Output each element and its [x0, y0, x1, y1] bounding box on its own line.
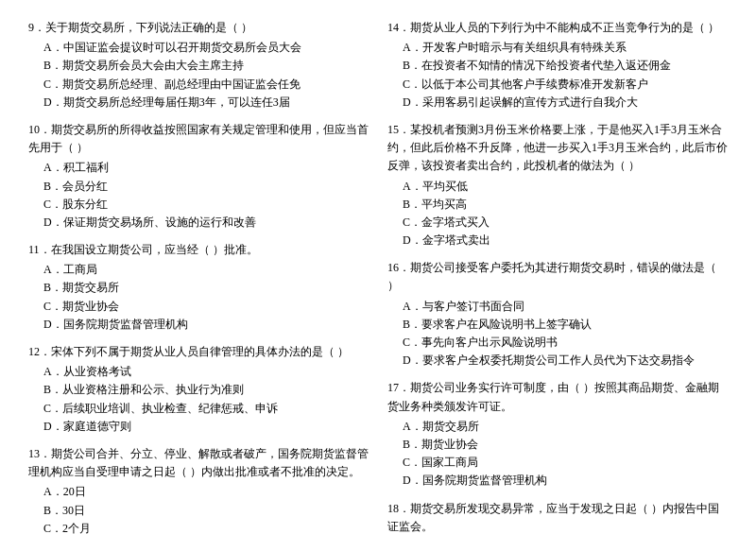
q18-title: 18．期货交易所发现交易异常，应当于发现之日起（ ）内报告中国证监会。 [387, 500, 728, 535]
q17-option-c: C．国家工商局 [387, 454, 728, 472]
q9-option-b: B．期货交易所会员大会由大会主席主持 [28, 57, 369, 75]
right-column: 14．期货从业人员的下列行为中不能构成不正当竞争行为的是（ ） A．开发客户时暗… [387, 19, 728, 534]
question-13: 13．期货公司合并、分立、停业、解散或者破产，国务院期货监督管理机构应当自受理申… [28, 445, 369, 534]
question-16: 16．期货公司接受客户委托为其进行期货交易时，错误的做法是（ ） A．与客户签订… [387, 259, 728, 370]
question-10: 10．期货交易所的所得收益按照国家有关规定管理和使用，但应当首先用于（ ） A．… [28, 121, 369, 232]
q14-option-b: B．在投资者不知情的情况下给投资者代垫入返还佣金 [387, 57, 728, 75]
q17-title: 17．期货公司业务实行许可制度，由（ ）按照其商品期货、金融期货业务种类颁发许可… [387, 379, 728, 415]
q13-option-a: A．20日 [28, 483, 369, 501]
q16-option-c: C．事先向客户出示风险说明书 [387, 334, 728, 352]
q17-option-d: D．国务院期货监督管理机构 [387, 472, 728, 490]
q12-option-c: C．后续职业培训、执业检查、纪律惩戒、申诉 [28, 400, 369, 418]
q10-option-a: A．积工福利 [28, 159, 369, 177]
q12-option-a: A．从业资格考试 [28, 363, 369, 381]
q15-option-c: C．金字塔式买入 [387, 214, 728, 232]
q11-option-c: C．期货业协会 [28, 298, 369, 316]
q15-option-d: D．金字塔式卖出 [387, 232, 728, 250]
q10-option-b: B．会员分红 [28, 178, 369, 196]
q9-option-d: D．期货交易所总经理每届任期3年，可以连任3届 [28, 94, 369, 112]
q16-option-b: B．要求客户在风险说明书上签字确认 [387, 316, 728, 334]
page: 9．关于期货交易所，下列说法正确的是（ ） A．中国证监会提议时可以召开期货交易… [0, 0, 756, 534]
q10-option-d: D．保证期货交易场所、设施的运行和改善 [28, 214, 369, 232]
q17-option-a: A．期货交易所 [387, 418, 728, 436]
question-11: 11．在我国设立期货公司，应当经（ ）批准。 A．工商局 B．期货交易所 C．期… [28, 241, 369, 334]
q14-title: 14．期货从业人员的下列行为中不能构成不正当竞争行为的是（ ） [387, 19, 728, 37]
q9-option-c: C．期货交易所总经理、副总经理由中国证监会任免 [28, 76, 369, 94]
q12-option-d: D．家庭道德守则 [28, 418, 369, 436]
left-column: 9．关于期货交易所，下列说法正确的是（ ） A．中国证监会提议时可以召开期货交易… [28, 19, 369, 534]
q9-title: 9．关于期货交易所，下列说法正确的是（ ） [28, 19, 369, 37]
q16-option-a: A．与客户签订书面合同 [387, 298, 728, 316]
q16-title: 16．期货公司接受客户委托为其进行期货交易时，错误的做法是（ ） [387, 259, 728, 295]
two-column-layout: 9．关于期货交易所，下列说法正确的是（ ） A．中国证监会提议时可以召开期货交易… [28, 19, 728, 534]
q16-option-d: D．要求客户全权委托期货公司工作人员代为下达交易指令 [387, 352, 728, 370]
q12-option-b: B．从业资格注册和公示、执业行为准则 [28, 381, 369, 399]
q11-title: 11．在我国设立期货公司，应当经（ ）批准。 [28, 241, 369, 259]
q13-option-b: B．30日 [28, 502, 369, 520]
q15-title: 15．某投机者预测3月份玉米价格要上涨，于是他买入1手3月玉米合约，但此后价格不… [387, 121, 728, 176]
q14-option-d: D．采用客易引起误解的宣传方式进行自我介大 [387, 94, 728, 112]
question-12: 12．宋体下列不属于期货从业人员自律管理的具体办法的是（ ） A．从业资格考试 … [28, 343, 369, 436]
q15-option-a: A．平均买低 [387, 178, 728, 196]
q10-option-c: C．股东分红 [28, 196, 369, 214]
q9-option-a: A．中国证监会提议时可以召开期货交易所会员大会 [28, 39, 369, 57]
q15-option-b: B．平均买高 [387, 196, 728, 214]
q11-option-d: D．国务院期货监督管理机构 [28, 316, 369, 334]
q14-option-c: C．以低于本公司其他客户手续费标准开发新客户 [387, 76, 728, 94]
q17-option-b: B．期货业协会 [387, 436, 728, 454]
q13-option-c: C．2个月 [28, 520, 369, 534]
q11-option-a: A．工商局 [28, 261, 369, 279]
question-9: 9．关于期货交易所，下列说法正确的是（ ） A．中国证监会提议时可以召开期货交易… [28, 19, 369, 112]
q10-title: 10．期货交易所的所得收益按照国家有关规定管理和使用，但应当首先用于（ ） [28, 121, 369, 157]
q13-title: 13．期货公司合并、分立、停业、解散或者破产，国务院期货监督管理机构应当自受理申… [28, 445, 369, 481]
question-14: 14．期货从业人员的下列行为中不能构成不正当竞争行为的是（ ） A．开发客户时暗… [387, 19, 728, 112]
q11-option-b: B．期货交易所 [28, 279, 369, 297]
question-18: 18．期货交易所发现交易异常，应当于发现之日起（ ）内报告中国证监会。 A．3日… [387, 500, 728, 535]
question-17: 17．期货公司业务实行许可制度，由（ ）按照其商品期货、金融期货业务种类颁发许可… [387, 379, 728, 490]
question-15: 15．某投机者预测3月份玉米价格要上涨，于是他买入1手3月玉米合约，但此后价格不… [387, 121, 728, 250]
q14-option-a: A．开发客户时暗示与有关组织具有特殊关系 [387, 39, 728, 57]
q12-title: 12．宋体下列不属于期货从业人员自律管理的具体办法的是（ ） [28, 343, 369, 361]
